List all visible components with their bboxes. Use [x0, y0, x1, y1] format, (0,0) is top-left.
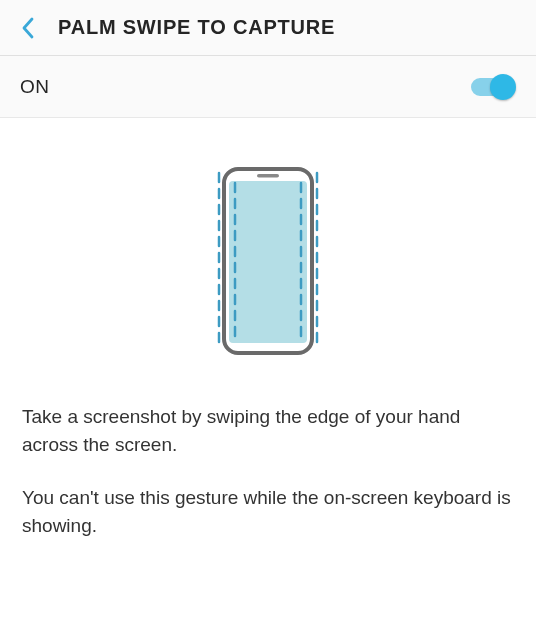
svg-rect-1 [257, 174, 279, 178]
back-button[interactable] [12, 12, 44, 44]
content-area: Take a screenshot by swiping the edge of… [0, 118, 536, 640]
svg-rect-2 [229, 181, 307, 343]
illustration [0, 118, 536, 403]
description-block: Take a screenshot by swiping the edge of… [0, 403, 536, 539]
toggle-thumb [490, 74, 516, 100]
description-paragraph-2: You can't use this gesture while the on-… [22, 484, 514, 539]
header-bar: PALM SWIPE TO CAPTURE [0, 0, 536, 56]
toggle-row[interactable]: ON [0, 56, 536, 118]
toggle-switch[interactable] [468, 74, 516, 100]
toggle-label: ON [20, 76, 50, 98]
chevron-left-icon [20, 16, 36, 40]
page-title: PALM SWIPE TO CAPTURE [58, 16, 335, 39]
phone-swipe-illustration [203, 161, 333, 361]
description-paragraph-1: Take a screenshot by swiping the edge of… [22, 403, 514, 458]
